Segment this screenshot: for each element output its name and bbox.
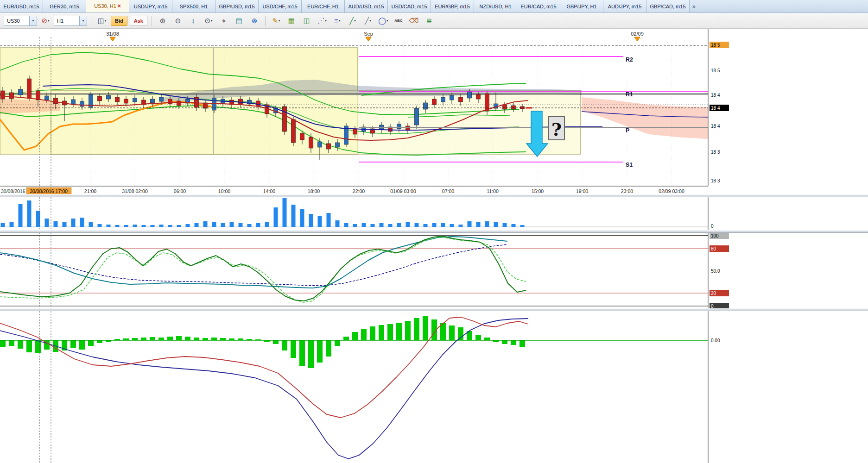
chart-type-icon[interactable]: ◫▾ <box>95 15 109 27</box>
fit-vertical-icon-glyph: ↕ <box>191 17 195 24</box>
eraser-icon[interactable]: ⌫ <box>407 15 421 27</box>
chevron-down-icon[interactable]: ▾ <box>279 19 280 22</box>
chevron-down-icon[interactable]: ▾ <box>339 19 341 22</box>
chart-frame-icon[interactable]: ◫ <box>300 15 314 27</box>
svg-text:100: 100 <box>711 233 719 238</box>
symbol-select[interactable]: US30▼ <box>4 16 37 26</box>
fibonacci-icon[interactable]: ⋰▾ <box>315 15 329 27</box>
snapshot-icon[interactable]: ▤ <box>232 15 246 27</box>
chart-tab-aud-jpy-m15[interactable]: AUD/JPY, m15 <box>603 0 646 13</box>
tab-label: AUD/USD, m15 <box>348 4 384 9</box>
fit-vertical-icon[interactable]: ↕ <box>186 15 200 27</box>
volume-pane[interactable]: 0 <box>0 197 730 230</box>
horizontal-lines-icon[interactable]: ≡▾ <box>330 15 344 27</box>
svg-text:P: P <box>626 127 629 134</box>
tab-label: GBP/USD, m15 <box>219 4 254 9</box>
image-icon[interactable]: ▦ <box>285 15 298 27</box>
svg-text:?: ? <box>551 119 562 140</box>
svg-text:50.0: 50.0 <box>711 269 720 274</box>
tab-label: AUD/JPY, m15 <box>608 4 642 9</box>
chart-tab-us30-h1[interactable]: US30, H1× <box>86 0 129 13</box>
chart-tab-eur-usd-m15[interactable]: EUR/USD, m15 <box>0 0 43 13</box>
chart-tab-usd-chf-m15[interactable]: USD/CHF, m15 <box>259 0 302 13</box>
chevron-down-icon[interactable]: ▾ <box>386 19 388 22</box>
macd-pane[interactable]: 0.00 <box>0 311 730 463</box>
chart-tab-usd-jpy-m15[interactable]: USD/JPY, m15 <box>129 0 172 13</box>
svg-text:31/08: 31/08 <box>106 31 119 37</box>
zoom-out-icon[interactable]: ⊖ <box>171 15 185 27</box>
chevron-down-icon[interactable]: ▾ <box>369 19 371 22</box>
toolbar-separator <box>265 16 266 26</box>
tab-label: USD/CAD, m15 <box>391 4 427 9</box>
stochastic-pane[interactable]: 1008050.0200 <box>0 233 730 308</box>
ray-line-icon-glyph: ╱ <box>365 17 369 24</box>
bid-button[interactable]: Bid <box>111 16 127 26</box>
chart-tab-aud-usd-m15[interactable]: AUD/USD, m15 <box>345 0 388 13</box>
text-tool-icon[interactable]: ABC <box>392 15 405 27</box>
chevron-down-icon[interactable]: ▾ <box>211 19 213 22</box>
magnifier-icon[interactable]: ⊙▾ <box>202 15 215 27</box>
fibonacci-icon-glyph: ⋰ <box>317 17 324 24</box>
vertical-cursor-icon-glyph: ⌖ <box>222 17 226 24</box>
chevron-down-icon[interactable]: ▾ <box>325 19 327 22</box>
tab-overflow-button[interactable]: » <box>690 0 698 13</box>
tab-label: EUR/USD, m15 <box>3 4 39 9</box>
chevron-down-icon[interactable]: ▼ <box>29 16 37 25</box>
zoom-in-icon-glyph: ⊕ <box>160 17 166 24</box>
globe-icon[interactable]: ⊛ <box>247 15 261 27</box>
svg-text:20: 20 <box>711 291 716 296</box>
svg-text:21:00: 21:00 <box>84 188 96 194</box>
chart-tab-ger30-m15[interactable]: GER30, m15 <box>43 0 86 13</box>
horizontal-lines-icon-glyph: ≡ <box>334 17 338 24</box>
chart-tab-eur-gbp-m15[interactable]: EUR/GBP, m15 <box>431 0 474 13</box>
main-price-chart[interactable]: R2R1PS1?31/08Sep02/0918 518 518 418 418 … <box>0 29 730 194</box>
zoom-out-icon-glyph: ⊖ <box>175 17 181 24</box>
chart-tab-eur-cad-m15[interactable]: EUR/CAD, m15 <box>517 0 560 13</box>
chevron-down-icon[interactable]: ▼ <box>79 16 87 25</box>
question-annotation[interactable]: ? <box>549 117 564 140</box>
svg-text:R1: R1 <box>626 91 633 98</box>
svg-text:0.00: 0.00 <box>711 338 720 343</box>
chart-tab-usd-cad-m15[interactable]: USD/CAD, m15 <box>388 0 431 13</box>
ask-button[interactable]: Ask <box>130 16 147 26</box>
ellipse-icon[interactable]: ◯▾ <box>376 15 390 27</box>
svg-text:S1: S1 <box>626 162 633 168</box>
svg-text:18 3: 18 3 <box>711 150 720 155</box>
chevron-down-icon[interactable]: ▾ <box>105 19 107 22</box>
pencil-icon[interactable]: ✎▾ <box>269 15 283 27</box>
chart-tab-gbp-usd-m15[interactable]: GBP/USD, m15 <box>215 0 259 13</box>
svg-text:30/08/2016 17:00: 30/08/2016 17:00 <box>30 188 68 194</box>
svg-text:02/09: 02/09 <box>631 31 644 37</box>
toolbar: US30▼⊘▾H1▼◫▾BidAsk⊕⊖↕⊙▾⌖▤⊛✎▾▦◫⋰▾≡▾╱▾╱▾◯▾… <box>0 13 868 29</box>
period-select[interactable]: H1▼ <box>54 16 87 26</box>
svg-text:07:00: 07:00 <box>442 188 454 194</box>
zoom-in-icon[interactable]: ⊕ <box>156 15 170 27</box>
chart-tab-gbp-cad-m15[interactable]: GBP/CAD, m15 <box>646 0 690 13</box>
chevron-down-icon[interactable]: ▾ <box>48 19 50 22</box>
trendline-icon[interactable]: ╱▾ <box>346 15 360 27</box>
indicators-icon[interactable]: ≣ <box>422 15 436 27</box>
text-tool-icon-glyph: ABC <box>394 19 402 23</box>
chevron-down-icon[interactable]: ▾ <box>354 19 356 22</box>
svg-text:0: 0 <box>711 224 714 229</box>
image-icon-glyph: ▦ <box>288 17 295 24</box>
chart-type-icon-glyph: ◫ <box>98 17 104 24</box>
vertical-cursor-icon[interactable]: ⌖ <box>217 15 231 27</box>
ray-line-icon[interactable]: ╱▾ <box>361 15 375 27</box>
svg-text:0: 0 <box>711 304 714 309</box>
svg-text:Sep: Sep <box>364 31 373 37</box>
tab-close-icon[interactable]: × <box>118 3 121 9</box>
svg-text:31/08 02:00: 31/08 02:00 <box>122 188 148 194</box>
percent-icon-glyph: ⊘ <box>41 17 47 24</box>
chart-tab-eur-chf-h1[interactable]: EUR/CHF, H1 <box>302 0 345 13</box>
chart-tab-gbp-jpy-h1[interactable]: GBP/JPY, H1 <box>560 0 603 13</box>
percent-icon[interactable]: ⊘▾ <box>38 15 52 27</box>
svg-text:19:00: 19:00 <box>576 188 588 194</box>
chart-tab-nzd-usd-h1[interactable]: NZD/USD, H1 <box>474 0 517 13</box>
tab-label: EUR/CAD, m15 <box>520 4 556 9</box>
indicators-icon-glyph: ≣ <box>426 17 432 24</box>
globe-icon-glyph: ⊛ <box>252 17 258 24</box>
toolbar-separator <box>152 16 152 26</box>
svg-text:R2: R2 <box>626 56 633 63</box>
chart-tab-spx500-h1[interactable]: SPX500, H1 <box>172 0 215 13</box>
